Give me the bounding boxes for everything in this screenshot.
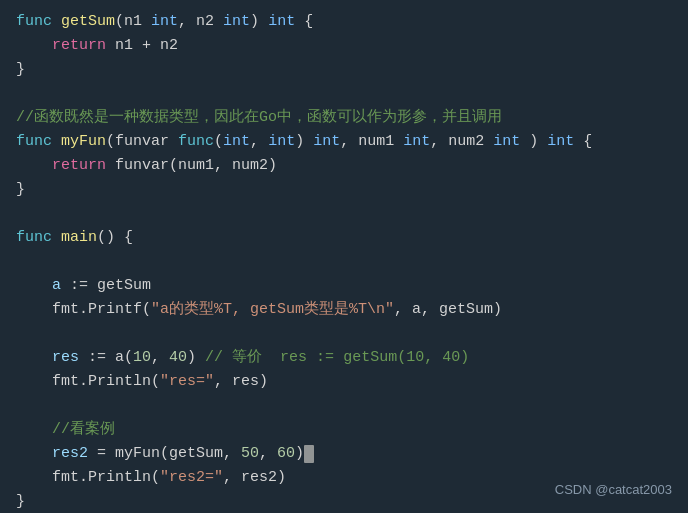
token-plain: = myFun(getSum, [88, 442, 241, 466]
code-line [16, 394, 672, 418]
token-param: , n2 [178, 10, 223, 34]
text-cursor [304, 445, 314, 463]
token-plain: := a( [79, 346, 133, 370]
token-punct: , num2 [430, 130, 493, 154]
token-type-int: int [403, 130, 430, 154]
token-plain: funvar(num1, num2) [106, 154, 277, 178]
code-line: //函数既然是一种数据类型，因此在Go中，函数可以作为形参，并且调用 [16, 106, 672, 130]
code-line: } [16, 178, 672, 202]
token-param: n1 [124, 10, 151, 34]
token-type-int: int [223, 130, 250, 154]
code-line [16, 202, 672, 226]
token-var: a [52, 274, 61, 298]
token-type-int: int [313, 130, 340, 154]
token-punct: ) [295, 130, 313, 154]
code-line: res := a(10, 40) // 等价 res := getSum(10,… [16, 346, 672, 370]
token-punct: { [295, 10, 313, 34]
token-comment: //函数既然是一种数据类型，因此在Go中，函数可以作为形参，并且调用 [16, 106, 502, 130]
token-plain [16, 298, 52, 322]
code-line [16, 322, 672, 346]
token-punct: { [574, 130, 592, 154]
token-param: funvar [115, 130, 178, 154]
token-number: 60 [277, 442, 295, 466]
token-plain: , res2) [223, 466, 286, 490]
token-punct: , [250, 130, 268, 154]
token-kw-func: func [178, 130, 214, 154]
token-fn-name: main [61, 226, 97, 250]
token-type-int: int [493, 130, 520, 154]
token-comment: // 等价 res := getSum(10, 40) [205, 346, 469, 370]
token-plain [16, 274, 52, 298]
token-string: "res2=" [160, 466, 223, 490]
token-plain [16, 154, 52, 178]
token-var: res [52, 346, 79, 370]
watermark: CSDN @catcat2003 [555, 480, 672, 501]
token-plain [16, 370, 52, 394]
token-plain: n1 + n2 [106, 34, 178, 58]
token-punct: ( [106, 130, 115, 154]
token-type-int: int [268, 10, 295, 34]
token-punct: } [16, 178, 25, 202]
token-punct: () { [97, 226, 133, 250]
token-kw-func: func [16, 130, 61, 154]
token-plain: fmt.Println( [52, 466, 160, 490]
code-line: func myFun(funvar func(int, int) int, nu… [16, 130, 672, 154]
token-punct: ) [250, 10, 268, 34]
token-kw-return: return [52, 154, 106, 178]
token-string: "res=" [160, 370, 214, 394]
token-punct: } [16, 58, 25, 82]
token-number: 10 [133, 346, 151, 370]
token-punct: , num1 [340, 130, 403, 154]
token-plain: , [151, 346, 169, 370]
token-number: 50 [241, 442, 259, 466]
token-kw-func: func [16, 10, 61, 34]
token-type-int: int [268, 130, 295, 154]
code-line [16, 82, 672, 106]
token-plain: , res) [214, 370, 268, 394]
token-plain: ) [187, 346, 205, 370]
token-type-int: int [223, 10, 250, 34]
token-plain [16, 418, 52, 442]
code-line: a := getSum [16, 274, 672, 298]
code-line [16, 250, 672, 274]
code-line: fmt.Println("res=", res) [16, 370, 672, 394]
code-line: func getSum(n1 int, n2 int) int { [16, 10, 672, 34]
code-editor: func getSum(n1 int, n2 int) int { return… [0, 0, 688, 513]
token-punct: } [16, 490, 25, 513]
token-plain: fmt.Println( [52, 370, 160, 394]
token-string: "a的类型%T, getSum类型是%T\n" [151, 298, 394, 322]
code-line: fmt.Printf("a的类型%T, getSum类型是%T\n", a, g… [16, 298, 672, 322]
token-plain: fmt.Printf( [52, 298, 151, 322]
token-plain [16, 466, 52, 490]
code-line: } [16, 58, 672, 82]
code-line: //看案例 [16, 418, 672, 442]
token-number: 40 [169, 346, 187, 370]
token-fn-name: getSum [61, 10, 115, 34]
token-plain [16, 442, 52, 466]
token-plain [16, 34, 52, 58]
token-type-int: int [151, 10, 178, 34]
code-line: return funvar(num1, num2) [16, 154, 672, 178]
token-plain: := getSum [61, 274, 151, 298]
token-type-int: int [547, 130, 574, 154]
token-comment: //看案例 [52, 418, 115, 442]
token-punct: ) [520, 130, 547, 154]
token-plain [16, 346, 52, 370]
token-fn-name: myFun [61, 130, 106, 154]
code-line: return n1 + n2 [16, 34, 672, 58]
code-block: func getSum(n1 int, n2 int) int { return… [16, 10, 672, 513]
token-kw-return: return [52, 34, 106, 58]
code-line: func main() { [16, 226, 672, 250]
token-var: res2 [52, 442, 88, 466]
token-kw-func: func [16, 226, 61, 250]
token-plain: ) [295, 442, 304, 466]
token-punct: ( [214, 130, 223, 154]
token-plain: , [259, 442, 277, 466]
token-plain: , a, getSum) [394, 298, 502, 322]
code-line: res2 = myFun(getSum, 50, 60) [16, 442, 672, 466]
token-punct: ( [115, 10, 124, 34]
